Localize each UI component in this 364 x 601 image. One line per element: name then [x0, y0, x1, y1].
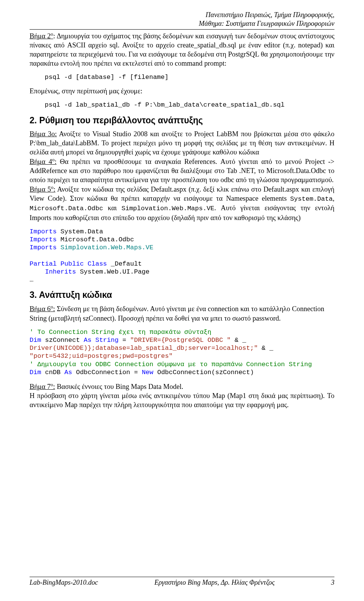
- kw-string: String: [95, 337, 118, 344]
- step-2-paragraph: Βήμα 2ο: Δημιουργία του σχήματος της βάσ…: [30, 31, 334, 68]
- step-5-label: Βήμα 5: [30, 186, 51, 193]
- amp1: & _: [231, 337, 246, 344]
- header-line-1: Πανεπιστήμιο Πειραιώς, Τμήμα Πληροφορική…: [30, 11, 334, 19]
- kw-public: Public: [56, 260, 83, 267]
- step-2-text: Δημιουργία του σχήματος της βάσης δεδομέ…: [30, 32, 334, 67]
- kw-imports-1: Imports: [30, 228, 56, 235]
- sep-and: και: [103, 204, 122, 212]
- code-ns2: Microsoft.Data.Odbc: [56, 236, 134, 243]
- code-imports-block: Imports System.Data Imports Microsoft.Da…: [30, 228, 334, 284]
- step-7-head-text: Βασικές έννοιες του Bing Maps Data Model…: [55, 383, 183, 390]
- kw-dim-1: Dim: [30, 337, 41, 344]
- footer-rule: [30, 577, 334, 577]
- step-3-paragraph: Βήμα 3ο: Ανοίξτε το Visual Studio 2008 κ…: [30, 129, 334, 157]
- header-line-2: Μάθημα: Συστήματα Γεωγραφικών Πληροφοριώ…: [30, 19, 334, 28]
- code-ns1: System.Data: [56, 228, 103, 235]
- page-footer: Lab-BingMaps-2010.doc Εργαστήριο Bing Ma…: [30, 577, 334, 587]
- step-2-label: Βήμα 2: [30, 32, 51, 40]
- step-7-sup: ο: [51, 382, 53, 387]
- document-page: Πανεπιστήμιο Πειραιώς, Τμήμα Πληροφορική…: [0, 0, 364, 601]
- page-header: Πανεπιστήμιο Πειραιώς, Τμήμα Πληροφορική…: [30, 11, 334, 28]
- str-driver: "DRIVER={PostgreSQL ODBC ": [130, 337, 231, 344]
- code-psql-actual: psql -d lab_spatial_db -f P:\bm_lab_data…: [30, 101, 334, 109]
- amp2: & _: [258, 345, 273, 352]
- footer-filename: Lab-BingMaps-2010.doc: [30, 579, 98, 587]
- kw-imports-2: Imports: [30, 236, 56, 243]
- header-rule: [30, 29, 334, 30]
- kw-new: New: [142, 369, 154, 376]
- odbc-ctor: OdbcConnection(szConnect): [153, 369, 254, 376]
- footer-pagenum: 3: [331, 579, 334, 587]
- code-connection-block: ' Το Connection String έχει τη παρακάτω …: [30, 328, 334, 377]
- kw-dim-2: Dim: [30, 369, 41, 376]
- kw-as-2: As: [64, 369, 72, 376]
- step-6-sup: ο: [51, 304, 53, 310]
- code-psql-template: psql -d [database] -f [filename]: [30, 73, 334, 81]
- step-7-text: Η πρόσβαση στο χάρτη γίνεται μέσω ενός α…: [30, 391, 334, 409]
- code-ns3: Simplovation.Web.Maps.VE: [56, 244, 153, 251]
- step-6-label: Βήμα 6: [30, 305, 51, 313]
- eq1: =: [119, 337, 130, 344]
- str-driver-2: Driver(UNICODE)};database=lab_spatial_db…: [30, 345, 258, 352]
- step-7-heading: Βήμα 7ο: Βασικές έννοιες του Bing Maps D…: [30, 382, 334, 391]
- step-3-text: Ανοίξτε το Visual Studio 2008 και ανοίξτ…: [30, 130, 334, 156]
- step-7-label: Βήμα 7: [30, 383, 51, 390]
- step-6-text: Σύνδεση με τη βάση δεδομένων. Αυτό γίνετ…: [30, 305, 324, 322]
- kw-inherits: Inherits: [30, 268, 76, 275]
- sp1: [91, 337, 95, 344]
- comment-1: ' Το Connection String έχει τη παρακάτω …: [30, 329, 211, 336]
- footer-title: Εργαστήριο Bing Maps, Δρ. Ηλίας Φρέντζος: [154, 579, 275, 587]
- var-cndb: cnDB: [41, 369, 64, 376]
- section-2-heading: 2. Ρύθμιση του περιβάλλοντος ανάπτυξης: [30, 115, 334, 126]
- step-5-sup: ο: [51, 184, 53, 190]
- kw-partial: Partial: [30, 260, 56, 267]
- step-4-text: Θα πρέπει να προσθέσουμε τα αναγκαία Ref…: [30, 158, 334, 184]
- inherits-type: System.Web.UI.Page: [76, 268, 149, 275]
- step-6-paragraph: Βήμα 6ο: Σύνδεση με τη βάση δεδομένων. Α…: [30, 304, 334, 323]
- ellipsis-line: …: [30, 276, 33, 283]
- sep-comma1: ,: [333, 195, 334, 202]
- kw-class: Class: [84, 260, 107, 267]
- step-5-paragraph: Βήμα 5ο: Ανοίξτε τον κώδικα της σελίδας …: [30, 184, 334, 222]
- step-4-paragraph: Βήμα 4ο: Θα πρέπει να προσθέσουμε τα ανα…: [30, 157, 334, 184]
- step-3-label: Βήμα 3ο:: [30, 130, 57, 138]
- kw-imports-3: Imports: [30, 244, 56, 251]
- var-szconnect: szConnect: [41, 337, 84, 344]
- section-3-heading: 3. Ανάπτυξη κώδικα: [30, 290, 334, 300]
- ns-odbc: Microsoft.Data.Odbc: [30, 205, 103, 212]
- ns-simplovation: Simplovation.Web.Maps.VE: [121, 205, 214, 212]
- str-port: "port=5432;uid=postgres;pwd=postgres": [30, 352, 173, 360]
- step-5-text-a: Ανοίξτε τον κώδικα της σελίδας Default.a…: [30, 186, 334, 202]
- therefore-text: Επομένως, στην περίπτωσή μας έχουμε:: [30, 87, 334, 96]
- classname: _Default: [107, 260, 142, 267]
- comment-2: ' Δημιουργία του ODBC Connection σύμφωνα…: [30, 361, 312, 368]
- ns-system-data: System.Data: [290, 195, 333, 203]
- kw-as-1: As: [84, 337, 91, 344]
- odbctype: OdbcConnection =: [72, 369, 142, 376]
- step-4-label: Βήμα 4: [30, 158, 52, 165]
- step-4-sup: ο: [52, 157, 54, 162]
